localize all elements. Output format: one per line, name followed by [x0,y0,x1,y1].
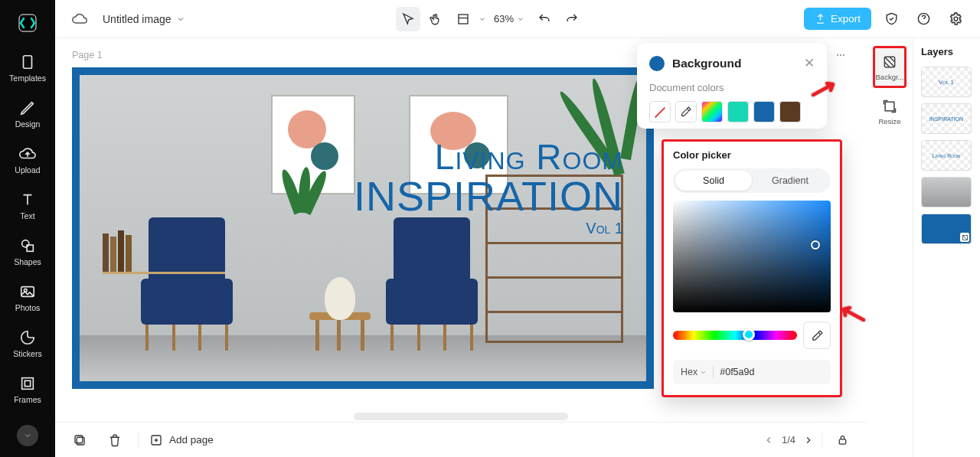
color-swatch[interactable] [727,101,749,122]
svg-rect-6 [22,378,34,390]
sidebar-item-label: Upload [15,165,40,175]
hue-knob[interactable] [743,328,755,341]
svg-point-13 [837,54,838,56]
layer-thumb[interactable]: Vol 1 [921,67,972,97]
page-label: Page 1 [72,50,103,60]
layer-thumb[interactable]: INSPIRATION [921,103,972,134]
sidebar-item-templates[interactable]: Templates [5,47,51,89]
color-swatch[interactable] [753,101,775,122]
next-page-icon[interactable] [803,435,814,446]
sidebar-item-label: Design [15,119,41,129]
panel-title: Background [672,57,741,70]
redo-button[interactable] [560,7,584,31]
sidebar-item-upload[interactable]: Upload [5,139,51,181]
section-label: Document colors [649,82,815,93]
crop-tool[interactable] [451,7,475,31]
background-tool[interactable]: Backgr... [873,46,906,88]
background-badge-icon [960,233,969,242]
picker-title: Color picker [673,149,831,161]
swatch-custom[interactable] [701,101,723,122]
add-page-button[interactable]: Add page [149,433,214,447]
saturation-value-area[interactable] [673,201,831,312]
svg-rect-19 [839,439,846,444]
layer-thumb[interactable] [921,177,972,207]
title-overlay: Living Room INSPIRATION Vol 1 [354,136,623,237]
annotation-arrow [812,81,838,103]
color-swatch[interactable] [779,101,801,122]
hex-input[interactable] [720,367,789,377]
user-avatar[interactable] [17,425,38,446]
page-indicator: 1/4 [782,434,795,446]
canvas-page[interactable]: Living Room INSPIRATION Vol 1 [72,67,654,389]
undo-button[interactable] [532,7,557,31]
sidebar-item-label: Stickers [13,349,41,358]
color-picker-panel: Color picker Solid Gradient Hex [662,139,842,397]
shield-icon[interactable] [879,7,903,31]
current-color-dot [649,56,665,71]
hand-tool[interactable] [423,7,448,31]
cloud-sync-icon[interactable] [67,7,92,31]
sidebar-item-label: Shapes [14,257,41,266]
horizontal-scrollbar[interactable] [354,413,568,420]
background-icon [880,53,899,71]
sidebar-item-photos[interactable]: Photos [5,277,51,318]
svg-point-15 [843,54,844,56]
svg-rect-7 [24,380,30,386]
sidebar-item-design[interactable]: Design [5,93,51,135]
settings-icon[interactable] [943,7,968,31]
sidebar-item-label: Frames [14,395,41,404]
svg-point-14 [840,54,841,56]
svg-rect-8 [459,15,468,24]
swatch-eyedropper[interactable] [675,101,697,122]
tab-gradient[interactable]: Gradient [752,171,828,191]
app-logo[interactable] [12,8,43,38]
svg-rect-21 [885,102,894,111]
close-icon[interactable]: ✕ [804,55,815,71]
more-icon[interactable] [831,46,850,64]
document-title[interactable]: Untitled image [103,13,185,25]
sidebar-item-label: Photos [15,303,41,312]
background-panel: Background ✕ Document colors [637,43,827,129]
pages-overview-icon[interactable] [67,428,92,452]
trash-icon[interactable] [103,428,127,452]
sidebar-item-frames[interactable]: Frames [5,369,51,410]
help-icon[interactable] [911,7,936,31]
export-button[interactable]: Export [804,8,871,30]
tab-solid[interactable]: Solid [675,171,752,191]
zoom-level[interactable]: 63% [489,13,529,24]
svg-point-2 [22,240,29,247]
layer-thumb[interactable] [921,214,972,244]
sidebar-item-shapes[interactable]: Shapes [5,231,51,273]
swatch-none[interactable] [649,101,671,122]
svg-rect-1 [24,56,32,69]
layer-thumb[interactable]: Living Room [921,140,972,171]
chevron-down-icon[interactable] [479,15,486,23]
eyedropper-button[interactable] [803,322,831,349]
svg-rect-16 [77,437,84,445]
sv-cursor[interactable] [811,240,820,250]
layers-title: Layers [921,46,972,57]
svg-rect-17 [75,436,83,443]
hue-slider[interactable] [673,331,797,340]
chevron-down-icon [176,15,185,24]
resize-icon [880,97,899,116]
sidebar-item-stickers[interactable]: Stickers [5,323,51,364]
hex-format-select[interactable]: Hex [681,367,707,377]
prev-page-icon[interactable] [763,435,774,446]
svg-point-10 [954,17,958,21]
sidebar-item-label: Templates [9,73,46,83]
resize-tool[interactable]: Resize [873,93,906,130]
sidebar-item-text[interactable]: Text [5,185,51,227]
annotation-arrow [839,305,865,328]
sidebar-item-label: Text [20,211,34,220]
chevron-down-icon [517,15,524,23]
lock-icon[interactable] [830,428,854,452]
select-tool[interactable] [396,7,420,31]
